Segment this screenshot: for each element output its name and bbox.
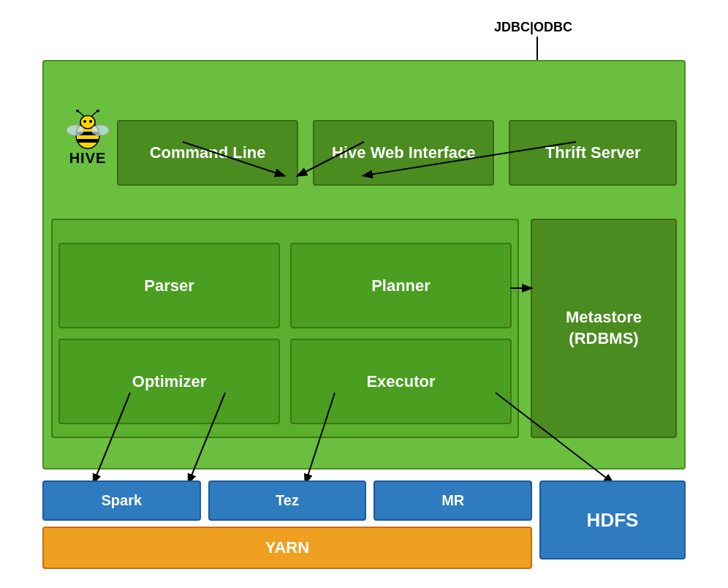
svg-point-9 — [89, 120, 92, 123]
hive-logo: HIVE — [51, 109, 124, 167]
diagram-wrapper: JDBC|ODBC — [42, 16, 686, 572]
inner-grid: Parser Planner Optimizer Executor — [58, 243, 512, 424]
hive-web-interface-box: Hive Web Interface — [313, 120, 494, 186]
svg-line-6 — [91, 111, 97, 116]
top-boxes: Command Line Hive Web Interface Thrift S… — [117, 120, 677, 186]
execution-row: Spark Tez MR — [42, 480, 532, 521]
optimizer-box: Optimizer — [58, 339, 280, 424]
parser-box: Parser — [58, 243, 280, 328]
svg-point-11 — [91, 125, 109, 135]
svg-line-4 — [78, 111, 84, 116]
tez-box: Tez — [208, 480, 367, 521]
svg-rect-2 — [77, 139, 99, 143]
svg-point-3 — [80, 116, 95, 129]
main-green-box: HIVE Command Line Hive Web Interface Thr… — [42, 60, 686, 470]
svg-point-8 — [83, 120, 86, 123]
svg-point-10 — [67, 125, 84, 135]
yarn-box: YARN — [42, 527, 532, 569]
metastore-box: Metastore (RDBMS) — [531, 219, 677, 438]
spark-box: Spark — [42, 480, 201, 521]
hive-text: HIVE — [69, 150, 107, 167]
command-line-box: Command Line — [117, 120, 298, 186]
thrift-server-box: Thrift Server — [509, 120, 677, 186]
planner-box: Planner — [290, 243, 512, 328]
jdbc-odbc-label: JDBC|ODBC — [494, 20, 572, 35]
hdfs-box: HDFS — [539, 480, 686, 559]
bee-icon — [62, 110, 113, 150]
bottom-section: Spark Tez MR YARN HDFS — [42, 480, 686, 569]
executor-box: Executor — [290, 339, 512, 424]
bottom-left: Spark Tez MR YARN — [42, 480, 532, 569]
mr-box: MR — [374, 480, 532, 521]
